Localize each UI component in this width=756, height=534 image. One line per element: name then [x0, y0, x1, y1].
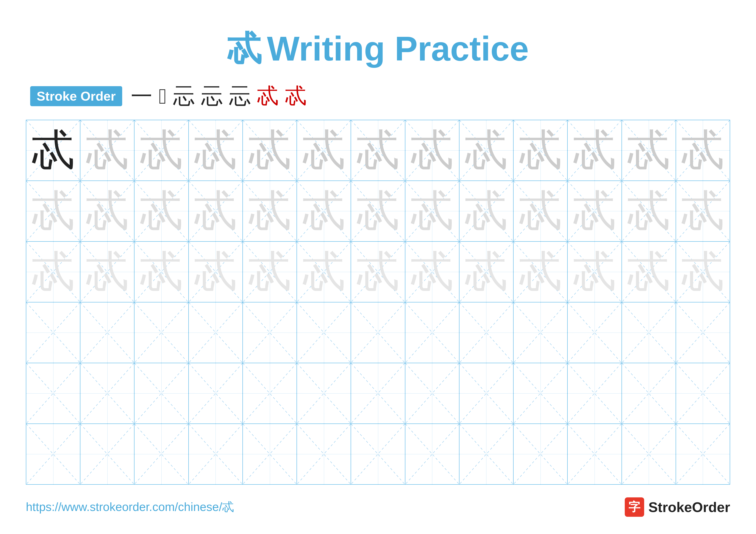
grid-cell[interactable] [134, 302, 189, 363]
grid-cell[interactable] [676, 363, 730, 423]
grid-cell[interactable]: 忒 [243, 242, 297, 302]
grid-cell[interactable]: 忒 [568, 181, 622, 241]
grid-cell[interactable] [297, 302, 351, 363]
grid-cell[interactable]: 忒 [622, 120, 676, 181]
grid-cell[interactable]: 忒 [297, 120, 351, 181]
grid-cell[interactable] [351, 363, 405, 423]
stroke-5: 忈 [229, 85, 251, 107]
grid-cell[interactable]: 忒 [405, 181, 459, 241]
svg-line-100 [622, 302, 676, 363]
grid-cell[interactable]: 忒 [80, 242, 134, 302]
grid-cell[interactable] [405, 363, 459, 423]
grid-cell[interactable]: 忒 [189, 120, 243, 181]
grid-cell[interactable]: 忒 [243, 120, 297, 181]
grid-cell[interactable] [676, 302, 730, 363]
grid-cell[interactable] [676, 424, 730, 484]
grid-cell[interactable] [134, 424, 189, 484]
grid-cell[interactable] [514, 363, 568, 423]
svg-line-87 [243, 302, 297, 363]
svg-line-96 [514, 302, 567, 363]
grid-cell[interactable]: 忒 [26, 242, 80, 302]
grid-cell[interactable] [568, 363, 622, 423]
grid-cell[interactable]: 忒 [189, 242, 243, 302]
grid-cell[interactable]: 忒 [568, 120, 622, 181]
grid-cell[interactable]: 忒 [189, 181, 243, 241]
grid-cell[interactable] [297, 363, 351, 423]
grid-cell[interactable]: 忒 [243, 181, 297, 241]
grid-cell[interactable] [514, 424, 568, 484]
grid-cell[interactable] [568, 302, 622, 363]
grid-cell[interactable] [459, 424, 514, 484]
grid-cell[interactable]: 忒 [134, 242, 189, 302]
practice-grid: 忒 忒 忒 忒 忒 忒 忒 [26, 120, 730, 485]
svg-line-127 [622, 363, 676, 423]
grid-cell[interactable]: 忒 [514, 242, 568, 302]
grid-cell[interactable] [459, 302, 514, 363]
grid-cell[interactable] [189, 302, 243, 363]
grid-cell[interactable] [297, 424, 351, 484]
logo-icon: 字 [625, 497, 644, 517]
grid-cell[interactable]: 忒 [80, 120, 134, 181]
practice-char-guide: 忒 [573, 250, 616, 293]
svg-line-145 [405, 424, 459, 484]
grid-cell[interactable] [243, 424, 297, 484]
grid-cell[interactable]: 忒 [676, 242, 730, 302]
grid-cell[interactable] [622, 302, 676, 363]
grid-cell[interactable]: 忒 [351, 181, 405, 241]
svg-line-153 [622, 424, 676, 484]
grid-cell[interactable] [622, 363, 676, 423]
grid-cell[interactable]: 忒 [405, 120, 459, 181]
grid-cell[interactable] [405, 302, 459, 363]
grid-row-6 [26, 424, 730, 484]
grid-cell[interactable]: 忒 [405, 242, 459, 302]
grid-cell[interactable]: 忒 [134, 181, 189, 241]
grid-cell[interactable]: 忒 [676, 120, 730, 181]
practice-char-guide: 忒 [627, 250, 670, 293]
grid-cell[interactable] [26, 363, 80, 423]
grid-cell[interactable]: 忒 [459, 181, 514, 241]
grid-cell[interactable] [514, 302, 568, 363]
grid-cell[interactable]: 忒 [568, 242, 622, 302]
grid-cell[interactable]: 忒 [622, 181, 676, 241]
grid-cell[interactable] [243, 363, 297, 423]
svg-line-115 [297, 363, 351, 423]
grid-cell[interactable] [405, 424, 459, 484]
practice-char-guide: 忒 [86, 190, 129, 233]
svg-line-124 [568, 363, 621, 423]
grid-cell[interactable] [189, 363, 243, 423]
practice-char-guide: 忒 [248, 129, 291, 172]
grid-cell[interactable] [568, 424, 622, 484]
grid-cell[interactable] [134, 363, 189, 423]
stroke-order-badge: Stroke Order [30, 86, 122, 106]
grid-cell[interactable] [26, 424, 80, 484]
grid-cell[interactable]: 忒 [514, 181, 568, 241]
grid-cell[interactable] [189, 424, 243, 484]
grid-cell[interactable] [243, 302, 297, 363]
practice-char-guide: 忒 [302, 190, 345, 233]
grid-cell[interactable]: 忒 [622, 242, 676, 302]
grid-cell[interactable] [459, 363, 514, 423]
grid-cell[interactable] [80, 302, 134, 363]
grid-cell[interactable]: 忒 [26, 120, 80, 181]
grid-row-5 [26, 363, 730, 424]
grid-cell[interactable]: 忒 [351, 242, 405, 302]
grid-cell[interactable]: 忒 [297, 242, 351, 302]
grid-cell[interactable]: 忒 [676, 181, 730, 241]
grid-cell[interactable] [80, 363, 134, 423]
grid-cell[interactable] [351, 302, 405, 363]
grid-cell[interactable]: 忒 [351, 120, 405, 181]
grid-cell[interactable]: 忒 [134, 120, 189, 181]
svg-line-129 [676, 363, 730, 423]
grid-cell[interactable]: 忒 [80, 181, 134, 241]
grid-cell[interactable]: 忒 [26, 181, 80, 241]
grid-cell[interactable] [351, 424, 405, 484]
grid-cell[interactable]: 忒 [459, 120, 514, 181]
grid-cell[interactable] [622, 424, 676, 484]
svg-line-136 [189, 424, 242, 484]
grid-cell[interactable]: 忒 [514, 120, 568, 181]
practice-char-guide: 忒 [357, 190, 399, 233]
grid-cell[interactable] [80, 424, 134, 484]
grid-cell[interactable]: 忒 [297, 181, 351, 241]
grid-cell[interactable] [26, 302, 80, 363]
grid-cell[interactable]: 忒 [459, 242, 514, 302]
